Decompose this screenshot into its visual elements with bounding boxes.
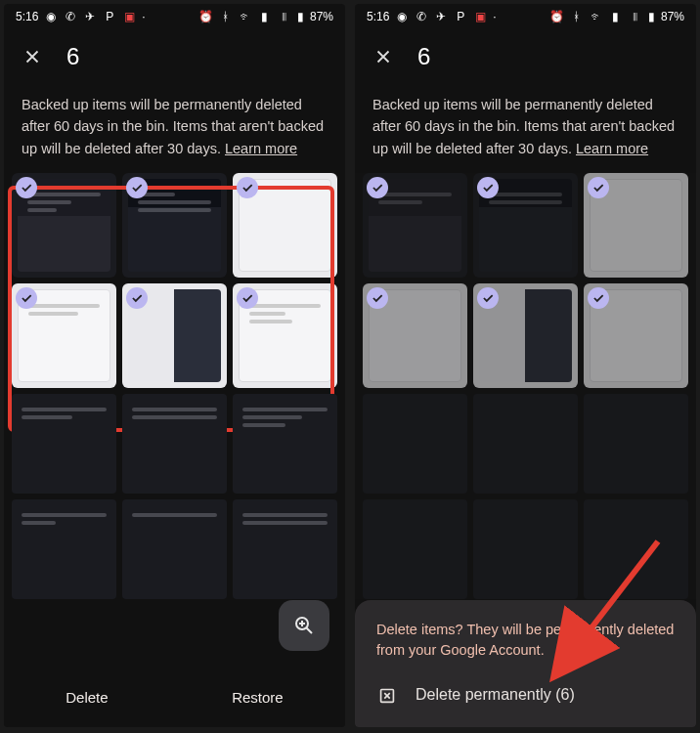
thumbnail[interactable] [363,283,467,388]
close-icon[interactable] [372,46,394,67]
telegram-icon: ✈ [434,10,448,23]
bluetooth-icon: ᚼ [219,10,233,23]
thumbnail-grid [4,173,345,388]
thumbnail[interactable] [122,283,227,388]
status-time: 5:16 [16,10,38,23]
telegram-icon: ✈ [83,10,97,23]
delete-button[interactable]: Delete [66,689,108,706]
thumbnail[interactable] [584,499,688,599]
delete-permanently-button[interactable]: Delete permanently (6) [376,684,675,706]
signal-icon: ▮ [258,10,272,23]
statusbar: 5:16 ◉ ✆ ✈ P ▣ · ⏰ ᚼ ᯤ ▮ ⫴ ▮ 87% [4,4,345,29]
lower-thumbnails [355,388,696,599]
thumbnail[interactable] [584,283,688,388]
selection-header: 6 [4,29,345,84]
statusbar: 5:16 ◉ ✆ ✈ P ▣ · ⏰ ᚼ ᯤ ▮ ⫴ ▮ 87% [355,4,696,29]
restore-button[interactable]: Restore [232,689,284,706]
chat-icon: ✆ [64,10,77,23]
delete-confirm-sheet: Delete items? They will be permanently d… [355,600,696,727]
whatsapp-icon: ◉ [395,10,409,23]
thumbnail-grid [355,173,696,388]
lower-thumbnails [4,388,345,599]
pinterest-icon: P [103,10,116,23]
thumbnail[interactable] [122,394,227,494]
thumbnail[interactable] [473,173,578,278]
phone-right: 5:16 ◉ ✆ ✈ P ▣ · ⏰ ᚼ ᯤ ▮ ⫴ ▮ 87% 6 Backe… [355,4,696,727]
thumbnail[interactable] [473,283,578,388]
status-time: 5:16 [367,10,389,23]
wifi-icon: ᯤ [239,10,252,23]
sheet-message: Delete items? They will be permanently d… [376,620,675,661]
thumbnail[interactable] [363,499,467,599]
battery-icon: ▮ [648,10,655,23]
phone-left: 5:16 ◉ ✆ ✈ P ▣ · ⏰ ᚼ ᯤ ▮ ⫴ ▮ 87% 6 Backe… [4,4,345,727]
status-battery: 87% [661,10,684,23]
thumbnail[interactable] [233,283,337,388]
whatsapp-icon: ◉ [44,10,58,23]
thumbnail[interactable] [363,173,467,278]
signal2-icon: ⫴ [629,10,642,23]
thumbnail[interactable] [233,499,337,599]
info-text: Backed up items will be permanently dele… [4,84,345,173]
learn-more-link[interactable]: Learn more [225,141,297,156]
thumbnail[interactable] [12,499,116,599]
delete-forever-icon [376,684,398,706]
thumbnail[interactable] [12,283,116,388]
record-icon: ▣ [122,10,136,23]
selection-header: 6 [355,29,696,84]
selection-count: 6 [66,43,79,70]
thumbnail[interactable] [473,394,578,494]
thumbnail[interactable] [12,394,116,494]
thumbnail[interactable] [122,173,227,278]
thumbnail[interactable] [12,173,116,278]
pinterest-icon: P [454,10,467,23]
chat-icon: ✆ [415,10,428,23]
learn-more-link[interactable]: Learn more [576,141,648,156]
thumbnail[interactable] [233,394,337,494]
thumbnail[interactable] [473,499,578,599]
bottom-actions: Delete Restore [4,668,345,727]
bluetooth-icon: ᚼ [570,10,584,23]
thumbnail[interactable] [122,499,227,599]
status-battery: 87% [310,10,333,23]
signal-icon: ▮ [609,10,623,23]
thumbnail[interactable] [584,173,688,278]
close-icon[interactable] [22,46,43,67]
thumbnail[interactable] [363,394,467,494]
record-icon: ▣ [473,10,487,23]
selection-count: 6 [417,43,430,70]
sheet-action-label: Delete permanently (6) [416,686,575,704]
alarm-icon: ⏰ [199,10,213,23]
alarm-icon: ⏰ [550,10,564,23]
info-text: Backed up items will be permanently dele… [355,84,696,173]
wifi-icon: ᯤ [590,10,603,23]
signal2-icon: ⫴ [278,10,291,23]
thumbnail[interactable] [233,173,337,278]
zoom-fab[interactable] [279,600,329,651]
thumbnail[interactable] [584,394,688,494]
battery-icon: ▮ [297,10,304,23]
